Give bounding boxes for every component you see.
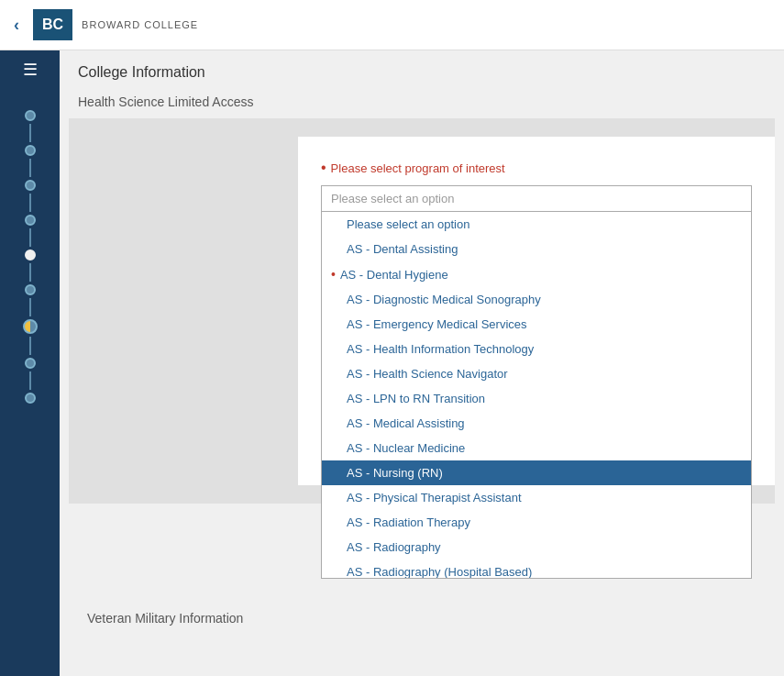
veteran-title: Veteran Military Information [87, 611, 766, 626]
veteran-section: Veteran Military Information [69, 597, 784, 639]
step-line-8 [29, 371, 31, 390]
field-label-text: Please select program of interest [331, 161, 505, 175]
step-6[interactable] [25, 284, 36, 295]
dropdown-item[interactable]: AS - Medical Assisting [322, 411, 751, 436]
top-header: ‹ BC BROWARD COLLEGE [0, 0, 784, 50]
step-line-3 [29, 194, 31, 212]
step-3[interactable] [25, 180, 36, 191]
menu-icon[interactable]: ☰ [23, 60, 38, 80]
dropdown-item[interactable]: AS - Health Information Technology [322, 337, 751, 361]
step-line-7 [29, 337, 31, 355]
step-7-half[interactable] [23, 319, 38, 334]
page-title: College Information [60, 50, 784, 90]
form-card: • Please select program of interest Plea… [298, 137, 775, 485]
step-2[interactable] [25, 145, 36, 156]
step-9[interactable] [25, 393, 36, 404]
dropdown-item[interactable]: AS - Dental Assisting [322, 237, 751, 261]
back-button[interactable]: ‹ [14, 16, 19, 35]
form-area: • Please select program of interest Plea… [69, 118, 775, 504]
dropdown-item[interactable]: AS - Health Science Navigator [322, 361, 751, 386]
dropdown-list[interactable]: Please select an optionAS - Dental Assis… [321, 212, 752, 579]
dropdown-item[interactable]: AS - Nursing (RN) [322, 460, 751, 485]
select-input[interactable]: Please select an option [321, 185, 752, 212]
step-line-2 [29, 159, 31, 177]
step-line-1 [29, 124, 31, 142]
step-8[interactable] [25, 358, 36, 369]
dropdown-item[interactable]: AS - Radiation Therapy [322, 510, 751, 535]
college-name: BROWARD COLLEGE [82, 19, 198, 30]
required-dot: • [321, 160, 326, 176]
step-4[interactable] [25, 215, 36, 226]
dropdown-item[interactable]: AS - Emergency Medical Services [322, 312, 751, 337]
step-line-4 [29, 228, 31, 247]
dropdown-item[interactable]: AS - Diagnostic Medical Sonography [322, 287, 751, 312]
step-5-active[interactable] [25, 249, 36, 260]
main-content: College Information Health Science Limit… [60, 50, 784, 676]
dropdown-container[interactable]: Please select an option Please select an… [321, 185, 752, 212]
college-logo: BC [33, 9, 72, 40]
dropdown-item[interactable]: AS - Physical Therapist Assistant [322, 485, 751, 510]
section-title: Health Science Limited Access [60, 90, 784, 118]
stepper [23, 107, 38, 676]
dropdown-item[interactable]: AS - Radiography (Hospital Based) [322, 560, 751, 579]
step-1[interactable] [25, 110, 36, 121]
sidebar: ☰ [0, 50, 60, 676]
dropdown-item[interactable]: AS - LPN to RN Transition [322, 386, 751, 411]
step-line-6 [29, 298, 31, 316]
dropdown-item[interactable]: AS - Nuclear Medicine [322, 436, 751, 460]
dropdown-item[interactable]: Please select an option [322, 212, 751, 237]
step-line-5 [29, 263, 31, 282]
dropdown-item[interactable]: •AS - Dental Hygiene [322, 261, 751, 287]
dropdown-item[interactable]: AS - Radiography [322, 535, 751, 560]
field-label: • Please select program of interest [321, 160, 752, 176]
